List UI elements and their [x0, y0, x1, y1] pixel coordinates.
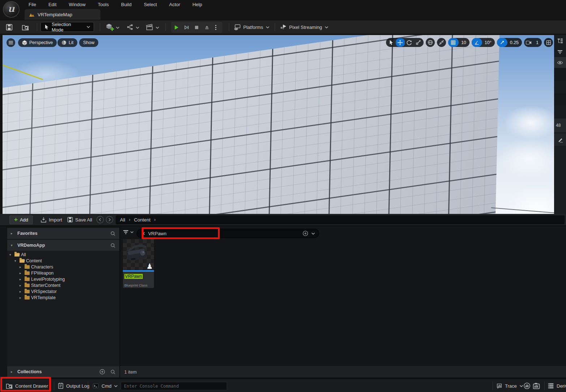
- breadcrumb-all[interactable]: All: [120, 217, 125, 223]
- tree-twisty-icon[interactable]: ▾: [9, 253, 13, 257]
- play-options-menu[interactable]: [212, 22, 220, 33]
- tree-folder-row[interactable]: ▸ LevelPrototyping: [7, 276, 119, 282]
- tree-twisty-icon[interactable]: ▸: [20, 296, 23, 300]
- visibility-eye-icon[interactable]: [554, 57, 566, 68]
- rotate-tool[interactable]: [405, 38, 414, 47]
- perspective-cube-icon: [22, 40, 27, 46]
- outliner-tab-icon[interactable]: [554, 35, 566, 47]
- edit-pencil-icon[interactable]: [554, 134, 566, 146]
- tree-twisty-icon[interactable]: ▸: [20, 277, 23, 281]
- content-browser-header: + Add Import Save All: [0, 214, 566, 226]
- cmd-dropdown[interactable]: Cmd: [93, 379, 118, 392]
- clear-search-icon[interactable]: ✕: [141, 231, 145, 236]
- platforms-dropdown[interactable]: Platforms: [233, 20, 270, 34]
- tree-folder-row[interactable]: ▸ StarterContent: [7, 282, 119, 288]
- level-viewport[interactable]: Perspective Lit Show: [3, 35, 554, 214]
- unreal-logo-icon[interactable]: u: [3, 1, 20, 18]
- status-bar: Content Drawer Output Log Cmd: [0, 378, 566, 392]
- tab-level[interactable]: VRTemplateMap: [25, 9, 100, 20]
- search-icon[interactable]: [110, 243, 116, 248]
- menu-item[interactable]: Help: [186, 0, 208, 9]
- insights-session-icon[interactable]: [523, 379, 531, 392]
- trace-dropdown[interactable]: Trace: [497, 379, 523, 392]
- pixel-streaming-icon: [280, 24, 287, 30]
- surface-snapping-button[interactable]: [437, 38, 446, 47]
- tree-twisty-icon[interactable]: ▸: [20, 290, 23, 293]
- tree-folder-row[interactable]: ▾ All: [7, 251, 119, 258]
- chevron-down-icon[interactable]: [155, 26, 159, 29]
- search-input[interactable]: [148, 231, 303, 236]
- tree-folder-row[interactable]: ▸ VRSpectator: [7, 288, 119, 294]
- perspective-dropdown[interactable]: Perspective: [18, 38, 57, 47]
- asset-card-vrpawn[interactable]: ♟ VRPawn Blueprint Class: [123, 239, 154, 288]
- import-button[interactable]: Import: [40, 214, 62, 225]
- add-actor-icon[interactable]: [106, 23, 114, 31]
- show-dropdown[interactable]: Show: [79, 38, 98, 47]
- chevron-down-icon[interactable]: [311, 232, 315, 235]
- menu-item[interactable]: Window: [63, 0, 91, 9]
- search-icon[interactable]: [110, 369, 116, 375]
- tab-title: VRTemplateMap: [38, 12, 72, 17]
- filters-button[interactable]: [123, 230, 134, 234]
- forward-button[interactable]: [106, 216, 113, 224]
- asset-name[interactable]: VRPawn: [124, 274, 143, 279]
- menu-item[interactable]: File: [22, 0, 42, 9]
- selection-mode-dropdown[interactable]: Selection Mode: [40, 22, 94, 32]
- derived-data-button[interactable]: Derive: [548, 379, 566, 392]
- snapshot-icon[interactable]: [533, 379, 540, 392]
- tree-twisty-icon[interactable]: ▸: [20, 284, 23, 287]
- search-icon[interactable]: [110, 231, 116, 236]
- save-all-button[interactable]: Save All: [67, 214, 92, 225]
- scale-snap-control[interactable]: 0.25: [497, 38, 522, 47]
- cinematics-icon[interactable]: [146, 24, 153, 31]
- blueprints-icon[interactable]: [127, 24, 133, 30]
- asset-search-field[interactable]: ✕: [137, 229, 319, 238]
- menu-item[interactable]: Actor: [163, 0, 186, 9]
- viewport-options-button[interactable]: [7, 38, 15, 47]
- menu-item[interactable]: Tools: [92, 0, 115, 9]
- frame-skip-button[interactable]: [181, 22, 192, 33]
- pixel-streaming-dropdown[interactable]: Pixel Streaming: [280, 20, 329, 34]
- stop-button[interactable]: [192, 22, 202, 33]
- grid-snap-control[interactable]: 10: [448, 38, 469, 47]
- filter-icon[interactable]: [554, 47, 566, 57]
- browse-content-icon[interactable]: [22, 24, 29, 31]
- console-command-input[interactable]: [121, 382, 227, 390]
- menu-item[interactable]: Build: [115, 0, 138, 9]
- add-collection-icon[interactable]: [99, 369, 105, 375]
- collections-section[interactable]: ▸ Collections: [7, 366, 119, 377]
- save-icon[interactable]: [6, 24, 13, 31]
- project-section[interactable]: ▾ VRDemoApp: [7, 240, 119, 251]
- output-log-button[interactable]: Output Log: [58, 379, 89, 392]
- chevron-down-icon[interactable]: [116, 26, 120, 29]
- menu-item[interactable]: Select: [138, 0, 163, 9]
- rotation-snap-control[interactable]: 10°: [472, 38, 495, 47]
- select-tool[interactable]: [387, 38, 396, 47]
- eject-button[interactable]: [202, 22, 212, 33]
- favorites-section[interactable]: ▸ Favorites: [7, 228, 119, 239]
- save-search-icon[interactable]: [303, 231, 308, 236]
- tree-twisty-icon[interactable]: ▸: [20, 265, 23, 269]
- filter-icon: [123, 230, 129, 234]
- tree-twisty-icon[interactable]: ▾: [14, 259, 18, 263]
- tree-folder-row[interactable]: ▸ VRTemplate: [7, 294, 119, 301]
- tree-folder-row[interactable]: ▸ FPWeapon: [7, 270, 119, 276]
- camera-speed-control[interactable]: 1: [524, 38, 542, 47]
- add-button[interactable]: + Add: [9, 215, 33, 224]
- tree-twisty-icon[interactable]: ▸: [20, 271, 23, 275]
- world-coordinate-toggle[interactable]: [426, 38, 435, 47]
- menu-item[interactable]: Edit: [42, 0, 63, 9]
- tree-folder-row[interactable]: ▸ Characters: [7, 264, 119, 270]
- clipped-value-field[interactable]: 48: [554, 119, 566, 132]
- scale-tool[interactable]: [414, 38, 423, 47]
- content-drawer-button[interactable]: Content Drawer: [6, 379, 48, 392]
- tree-folder-row[interactable]: ▾ Content: [7, 258, 119, 264]
- breadcrumb-content[interactable]: Content: [134, 217, 151, 223]
- move-tool[interactable]: [396, 38, 405, 47]
- chevron-down-icon[interactable]: [136, 26, 140, 29]
- maximize-viewport-button[interactable]: [544, 38, 553, 47]
- play-button[interactable]: [171, 22, 181, 33]
- back-button[interactable]: [96, 216, 104, 224]
- lit-dropdown[interactable]: Lit: [57, 38, 77, 47]
- folder-icon: [25, 271, 30, 275]
